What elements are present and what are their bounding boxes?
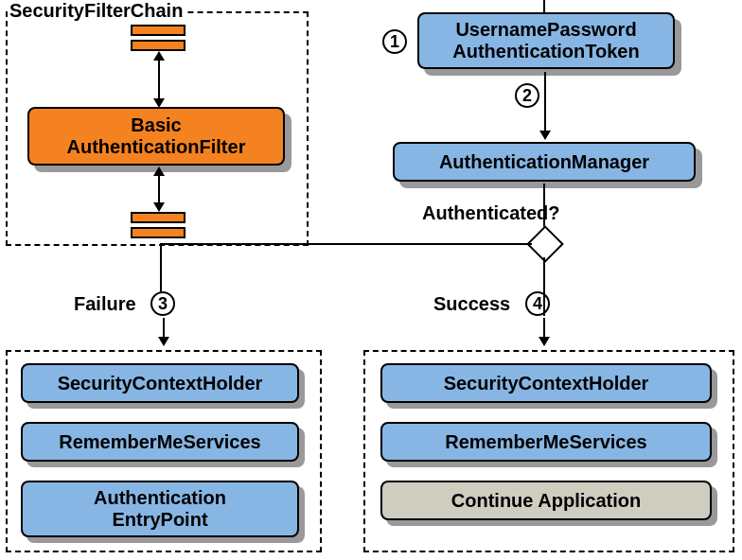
svg-marker-4 (153, 166, 165, 176)
failure-i1: SecurityContextHolder (21, 363, 299, 403)
failure-i3: Authentication EntryPoint (21, 481, 299, 537)
success-i2: RememberMeServices (380, 422, 712, 462)
failure-i1-text: SecurityContextHolder (58, 373, 263, 394)
arrow-filter-bottom (151, 166, 170, 212)
top-bar-2 (131, 40, 186, 51)
failure-i2-text: RememberMeServices (59, 431, 260, 453)
filter-chain-label: SecurityFilterChain (8, 0, 185, 22)
svg-marker-7 (158, 337, 169, 346)
step-4-badge: 4 (525, 291, 550, 316)
success-i2-text: RememberMeServices (445, 431, 646, 453)
success-i1-text: SecurityContextHolder (444, 373, 649, 394)
token-line2: AuthenticationToken (452, 41, 639, 62)
bottom-bar-1 (131, 212, 186, 223)
failure-i3-line2: EntryPoint (112, 509, 207, 531)
arrow-to-success (539, 318, 550, 346)
failure-label: Failure (74, 293, 136, 315)
line-manager-diamond (542, 184, 546, 231)
line-diamond-failure (159, 242, 538, 299)
arrow-to-failure (158, 318, 169, 346)
failure-i3-line1: Authentication (94, 487, 226, 509)
manager-box: AuthenticationManager (393, 142, 696, 182)
arrow-token-manager (539, 72, 551, 140)
svg-marker-5 (153, 202, 165, 212)
filter-line2: AuthenticationFilter (67, 136, 246, 158)
step-1-badge: 1 (382, 29, 407, 54)
success-i3: Continue Application (380, 481, 712, 520)
svg-marker-1 (153, 51, 165, 61)
top-bar-1 (131, 25, 186, 36)
success-label: Success (433, 293, 510, 315)
failure-i2: RememberMeServices (21, 422, 299, 462)
filter-line1: Basic (131, 114, 181, 136)
svg-marker-10 (539, 131, 551, 140)
arrow-top-filter (151, 51, 170, 108)
success-i3-text: Continue Application (451, 490, 641, 512)
token-box: UsernamePassword AuthenticationToken (417, 12, 675, 69)
line-into-token (542, 0, 546, 13)
manager-text: AuthenticationManager (439, 151, 649, 173)
bottom-bar-2 (131, 227, 186, 238)
svg-marker-14 (539, 337, 550, 346)
step-2-badge: 2 (515, 83, 539, 108)
token-line1: UsernamePassword (455, 19, 636, 41)
authenticated-label: Authenticated? (422, 202, 560, 224)
basic-auth-filter: Basic AuthenticationFilter (27, 107, 285, 166)
success-i1: SecurityContextHolder (380, 363, 712, 403)
